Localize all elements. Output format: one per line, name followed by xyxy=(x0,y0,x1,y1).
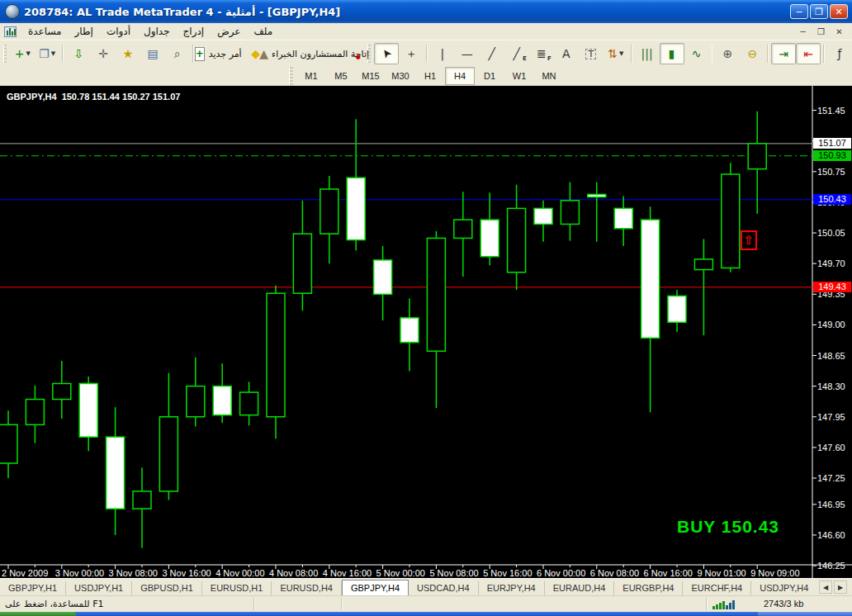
terminal-panel-icon: ▤ xyxy=(147,48,158,59)
text-label-button[interactable]: T xyxy=(579,43,604,64)
text-button[interactable]: A xyxy=(554,43,579,64)
mdi-minimize-button[interactable]: ─ xyxy=(795,25,811,38)
candlestick-canvas[interactable] xyxy=(0,86,852,578)
toolbar-grip[interactable] xyxy=(3,45,7,63)
line-chart-icon: ∿ xyxy=(692,48,702,59)
candle xyxy=(159,417,178,491)
price-tick-label: 150.75 xyxy=(817,167,852,177)
candle xyxy=(427,238,445,351)
candle xyxy=(26,400,44,425)
chart-shift-button[interactable]: ⇥ xyxy=(771,43,796,64)
market-watch-button[interactable]: ⇩ xyxy=(66,43,91,64)
timeframe-m5-button[interactable]: M5 xyxy=(326,67,356,85)
arrows-button[interactable]: ⇅▼ xyxy=(604,43,628,64)
toolbar-separator xyxy=(192,45,194,63)
chart-tab-eurjpyh4[interactable]: EURJPY,H4 xyxy=(479,581,545,595)
chart-tab-usdcadh4[interactable]: USDCAD,H4 xyxy=(409,581,479,595)
new-order-button[interactable]: +أمر جديد xyxy=(196,43,244,64)
timeframe-w1-button[interactable]: W1 xyxy=(504,67,534,85)
autoscroll-button[interactable]: ⇤ xyxy=(796,43,821,64)
ohlc-header: GBPJPY,H4 150.78 151.44 150.27 151.07 xyxy=(7,92,180,102)
chart-area[interactable]: GBPJPY,H4 150.78 151.44 150.27 151.07 15… xyxy=(0,86,852,578)
bars-button[interactable]: ||| xyxy=(635,43,660,64)
toolbar-grip[interactable] xyxy=(289,67,293,85)
fibonacci-button[interactable]: ≣F xyxy=(529,43,554,64)
tab-scroll-left-button[interactable]: ◀ xyxy=(819,580,832,594)
price-tick-label: 149.70 xyxy=(817,258,852,268)
chart-tab-eurgbph4[interactable]: EURGBP,H4 xyxy=(614,581,683,595)
price-marker: 151.07 xyxy=(813,138,851,149)
chart-tab-gbpjpyh4[interactable]: GBPJPY,H4 xyxy=(342,580,409,596)
timeframe-m15-button[interactable]: M15 xyxy=(356,67,386,85)
timeframe-h4-button[interactable]: H4 xyxy=(445,67,475,85)
menu-item-3[interactable]: جداول xyxy=(137,24,177,39)
indicators-button[interactable]: ƒ xyxy=(827,43,852,64)
experts-button[interactable]: ▲●إتاحة المستشارون الخبراء xyxy=(268,43,364,64)
profiles-button[interactable]: ❐▼ xyxy=(35,43,59,64)
zoom-out-button[interactable]: ⊖ xyxy=(740,43,764,64)
profiles-icon: ❐ xyxy=(39,48,50,59)
chart-tab-euraudh4[interactable]: EURAUD,H4 xyxy=(545,581,615,595)
restore-button[interactable]: ❐ xyxy=(810,4,828,19)
time-axis-label: 3 Nov 16:00 xyxy=(162,568,211,578)
mdi-close-button[interactable]: ✕ xyxy=(831,25,847,38)
tab-scroll-right-button[interactable]: ▶ xyxy=(834,580,847,594)
time-axis-label: 4 Nov 08:00 xyxy=(269,568,318,578)
channel-button[interactable]: ╱E xyxy=(504,43,529,64)
start-button-edge[interactable] xyxy=(0,612,76,616)
buy-arrow-annotation[interactable]: ⇧ xyxy=(741,230,757,250)
menu-item-5[interactable]: عرض xyxy=(211,24,247,39)
autoscroll-icon: ⇤ xyxy=(803,48,813,59)
minimize-button[interactable]: ─ xyxy=(790,4,808,19)
chart-tab-gbpjpyh1[interactable]: GBPJPY,H1 xyxy=(0,581,66,595)
new-chart-button[interactable]: +▼ xyxy=(10,43,35,64)
candle xyxy=(614,208,632,228)
menu-item-4[interactable]: إدراج xyxy=(177,24,211,39)
menu-item-1[interactable]: إطار xyxy=(69,24,100,39)
zoom-in-button[interactable]: ⊕ xyxy=(715,43,740,64)
price-tick-label: 150.05 xyxy=(817,228,852,238)
menu-item-0[interactable]: مساعدة xyxy=(21,24,69,39)
chart-tab-eurusdh4[interactable]: EURUSD,H4 xyxy=(272,581,342,595)
price-tick-label: 148.65 xyxy=(817,351,852,361)
tester-button[interactable]: ⌕ xyxy=(165,43,190,64)
time-axis-label: 6 Nov 08:00 xyxy=(590,568,639,578)
chart-tab-gbpusdh1[interactable]: GBPUSD,H1 xyxy=(132,581,202,595)
line-chart-button[interactable]: ∿ xyxy=(684,43,709,64)
magnifier-chart-icon: ⌕ xyxy=(174,48,181,59)
timeframe-m1-button[interactable]: M1 xyxy=(296,67,326,85)
zoom-out-icon: ⊖ xyxy=(748,48,758,59)
chart-tab-eurusdh1[interactable]: EURUSD,H1 xyxy=(202,581,272,595)
text-icon: A xyxy=(562,48,570,59)
crosshair-target-icon: ✛ xyxy=(98,48,108,59)
close-button[interactable]: ✕ xyxy=(830,4,848,19)
expert-advisor-icon: ▲ xyxy=(259,48,268,59)
channel-icon: ╱ xyxy=(514,48,520,59)
candle xyxy=(400,318,419,343)
cursor-button[interactable]: ➤ xyxy=(374,43,399,64)
chart-tab-eurchfh4[interactable]: EURCHF,H4 xyxy=(683,581,751,595)
terminal-button[interactable]: ▤ xyxy=(140,43,165,64)
status-help-text: للمساعدة، اضغط على F1 xyxy=(5,599,104,609)
mdi-restore-button[interactable]: ❐ xyxy=(813,25,829,38)
chart-tab-usdjpyh4[interactable]: USDJPY,H4 xyxy=(751,581,816,595)
menu-item-2[interactable]: أدوات xyxy=(100,24,137,39)
candles-button[interactable]: ▮ xyxy=(660,43,684,64)
vline-button[interactable]: | xyxy=(430,43,455,64)
chart-window-icon[interactable] xyxy=(4,26,17,37)
candle xyxy=(347,178,365,239)
price-tick-label: 149.00 xyxy=(817,320,852,329)
time-axis-label: 3 Nov 00:00 xyxy=(55,568,104,578)
timeframe-mn-button[interactable]: MN xyxy=(534,67,564,85)
timeframe-h1-button[interactable]: H1 xyxy=(415,67,445,85)
data-window-button[interactable]: ✛ xyxy=(91,43,116,64)
timeframe-d1-button[interactable]: D1 xyxy=(475,67,504,85)
chart-tab-usdjpyh1[interactable]: USDJPY,H1 xyxy=(66,581,132,595)
hline-button[interactable]: — xyxy=(455,43,480,64)
navigator-button[interactable]: ★ xyxy=(116,43,140,64)
menu-item-6[interactable]: ملف xyxy=(247,24,279,39)
price-tick-label: 147.60 xyxy=(817,443,852,453)
crosshair-button[interactable]: ＋ xyxy=(399,43,424,64)
timeframe-m30-button[interactable]: M30 xyxy=(386,67,415,85)
trendline-button[interactable]: ╱ xyxy=(480,43,504,64)
